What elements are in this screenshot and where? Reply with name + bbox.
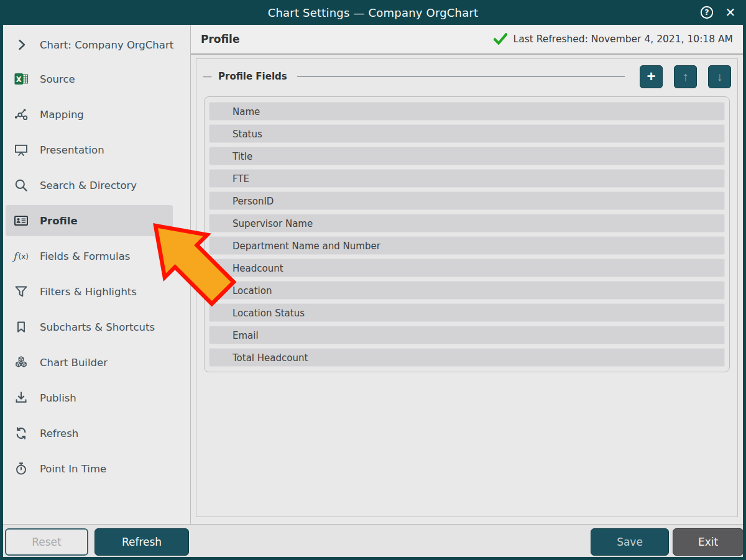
profile-field-row[interactable]: Name xyxy=(209,102,725,121)
profile-field-row[interactable]: Title xyxy=(209,147,725,165)
dialog-content: Chart: Company OrgChart X Source Mapping… xyxy=(3,25,743,525)
profile-field-row[interactable]: Status xyxy=(209,124,725,143)
sidebar-item-filters-highlights[interactable]: Filters & Highlights xyxy=(6,276,173,307)
svg-text:(x): (x) xyxy=(19,252,29,261)
help-icon[interactable]: ? xyxy=(699,4,715,21)
profile-fields-panel: — Profile Fields + ↑ ↓ NameStatusTitleFT… xyxy=(196,58,738,517)
sidebar-item-fields-formulas[interactable]: ƒ (x)Fields & Formulas xyxy=(6,241,173,272)
move-field-down-button[interactable]: ↓ xyxy=(708,65,731,88)
last-refreshed-text: Last Refreshed: November 4, 2021, 10:18 … xyxy=(513,34,733,45)
exit-button[interactable]: Exit xyxy=(673,528,744,556)
profile-fields-legend: Profile Fields xyxy=(218,71,287,82)
check-icon xyxy=(494,33,507,45)
settings-sidebar: Chart: Company OrgChart X Source Mapping… xyxy=(3,25,191,525)
funnel-icon xyxy=(12,283,30,300)
chevron-right-icon xyxy=(12,37,31,53)
cubes-icon xyxy=(12,354,30,370)
idcard-icon xyxy=(12,213,30,229)
svg-text:X: X xyxy=(16,75,22,84)
chart-settings-dialog: { "title_bar": { "title": "Chart Setting… xyxy=(0,0,746,560)
refresh-button[interactable]: Refresh xyxy=(94,528,189,556)
profile-fields-legend-row: — Profile Fields + ↑ ↓ xyxy=(203,64,731,89)
sidebar-item-publish[interactable]: Publish xyxy=(6,382,173,413)
sidebar-item-label: Mapping xyxy=(40,109,84,121)
sidebar-item-label: Chart Builder xyxy=(40,357,108,369)
profile-field-row[interactable]: PersonID xyxy=(209,191,725,210)
sidebar-items: X Source Mapping Presentation Search & D… xyxy=(3,63,190,484)
sidebar-item-profile[interactable]: Profile xyxy=(6,205,173,236)
sidebar-item-label: Search & Directory xyxy=(40,180,137,191)
page-title: Profile xyxy=(201,33,239,45)
save-button[interactable]: Save xyxy=(591,528,669,556)
title-bar: Chart Settings — Company OrgChart ? ✕ xyxy=(0,0,746,25)
sidebar-item-refresh[interactable]: Refresh xyxy=(6,418,173,449)
move-field-up-button[interactable]: ↑ xyxy=(674,65,697,88)
footer-bar: Reset Refresh Save Exit xyxy=(3,524,743,557)
profile-field-row[interactable]: Location Status xyxy=(209,303,725,322)
bookmark-icon xyxy=(12,319,30,335)
publish-icon xyxy=(12,390,30,406)
sidebar-item-label: Point In Time xyxy=(40,463,106,475)
profile-field-row[interactable]: Headcount xyxy=(209,259,725,277)
reset-button[interactable]: Reset xyxy=(5,528,88,556)
titlebar-actions: ? ✕ xyxy=(699,0,739,25)
last-refreshed: Last Refreshed: November 4, 2021, 10:18 … xyxy=(494,33,733,45)
sidebar-item-mapping[interactable]: Mapping xyxy=(6,99,173,130)
sidebar-item-label: Publish xyxy=(40,392,76,404)
sidebar-item-point-in-time[interactable]: Point In Time xyxy=(6,453,173,484)
excel-icon: X xyxy=(12,71,30,87)
presentation-icon xyxy=(12,142,30,158)
legend-dash: — xyxy=(203,71,212,82)
sidebar-item-label: Profile xyxy=(40,215,78,227)
sidebar-item-label: Subcharts & Shortcuts xyxy=(40,321,155,333)
profile-field-row[interactable]: Email xyxy=(209,326,725,344)
sidebar-item-subcharts-shortcuts[interactable]: Subcharts & Shortcuts xyxy=(6,311,173,342)
stopwatch-icon xyxy=(12,461,30,477)
profile-fields-list: NameStatusTitleFTEPersonIDSupervisor Nam… xyxy=(204,96,730,372)
sidebar-item-label: Refresh xyxy=(40,428,78,439)
search-icon xyxy=(12,177,30,193)
sidebar-item-label: Filters & Highlights xyxy=(40,286,137,298)
profile-field-row[interactable]: Total Headcount xyxy=(209,348,725,367)
sidebar-item-label: Fields & Formulas xyxy=(40,250,130,262)
sidebar-chart-label: Chart: Company OrgChart xyxy=(40,39,173,51)
window-title: Chart Settings — Company OrgChart xyxy=(268,6,479,19)
sidebar-item-chart-builder[interactable]: Chart Builder xyxy=(6,347,173,378)
sidebar-item-search-directory[interactable]: Search & Directory xyxy=(6,170,173,201)
sidebar-chart-item[interactable]: Chart: Company OrgChart xyxy=(3,26,190,63)
profile-field-row[interactable]: Location xyxy=(209,281,725,300)
svg-text:?: ? xyxy=(704,7,709,17)
close-icon[interactable]: ✕ xyxy=(722,4,739,21)
main-panel: Profile Last Refreshed: November 4, 2021… xyxy=(191,25,743,525)
legend-line xyxy=(297,76,625,77)
add-field-button[interactable]: + xyxy=(640,65,663,88)
fx-icon: ƒ (x) xyxy=(12,248,30,264)
sidebar-item-source[interactable]: X Source xyxy=(6,63,173,94)
sidebar-item-presentation[interactable]: Presentation xyxy=(6,134,173,165)
sidebar-item-label: Presentation xyxy=(40,144,104,156)
refresh-icon xyxy=(12,425,30,441)
sidebar-item-label: Source xyxy=(40,73,75,85)
profile-field-row[interactable]: Department Name and Number xyxy=(209,236,725,255)
main-header: Profile Last Refreshed: November 4, 2021… xyxy=(191,25,743,55)
network-icon xyxy=(12,106,30,122)
profile-field-row[interactable]: Supervisor Name xyxy=(209,214,725,232)
profile-field-row[interactable]: FTE xyxy=(209,169,725,188)
